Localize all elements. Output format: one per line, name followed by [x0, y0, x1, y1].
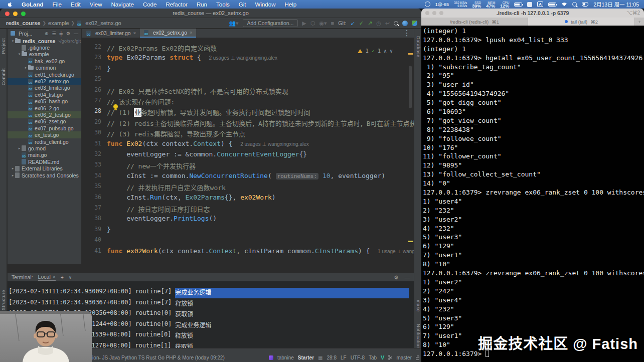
terminal-tab-tailtail[interactable]: tail (tail)⌘2	[528, 18, 635, 26]
spotlight-search-icon[interactable]	[572, 2, 577, 7]
tool-window-commit[interactable]: Commit	[1, 68, 6, 85]
terminal-tab-local[interactable]: Local×	[38, 274, 56, 281]
new-tab-button[interactable]: +	[635, 18, 644, 26]
tool-window-database[interactable]: Database	[416, 36, 421, 58]
collapse-all-icon[interactable]: ╪	[60, 31, 63, 36]
tree-item-ScratchesandConsoles[interactable]: ▸Scratches and Consoles	[8, 172, 81, 178]
tool-window-project[interactable]: Project	[1, 38, 6, 54]
tree-item-redis_client.go[interactable]: redis_client.go	[8, 138, 81, 145]
menu-item-navigate[interactable]: Navigate	[111, 2, 134, 8]
terminal-titlebar[interactable]: ./redis-cli -h 127.0.0.1 -p 6379 ⌥⌘2	[421, 9, 644, 18]
git-rollback-icon[interactable]: ↩	[385, 20, 390, 27]
cpu-usage[interactable]: CPU12%	[500, 2, 509, 8]
tree-item-common[interactable]: ▸common	[8, 65, 81, 71]
tool-window-structure[interactable]: Structure	[1, 290, 6, 310]
close-tab-icon[interactable]: ×	[133, 31, 136, 36]
menu-item-file[interactable]: File	[52, 2, 62, 8]
tree-item-ex06_zset.go[interactable]: ex06_zset.go	[8, 118, 81, 125]
code-line-32[interactable]: 32 eventLogger := &common.ConcurrentEven…	[82, 150, 414, 161]
code-line-27[interactable]: 27// 该实现存在的问题:	[82, 97, 414, 107]
indent-style[interactable]: Tab	[369, 355, 377, 360]
close-tab-icon[interactable]: ×	[190, 30, 192, 35]
plugin-v-icon[interactable]: V	[381, 354, 384, 360]
git-update-icon[interactable]: ↙	[351, 20, 355, 27]
locate-file-icon[interactable]: ⊕	[45, 31, 49, 36]
tree-item-ex05_hash.go[interactable]: ex05_hash.go	[8, 98, 81, 105]
tabnine-label[interactable]: tabnine	[277, 355, 294, 360]
tree-item-ExternalLibraries[interactable]: ▸External Libraries	[8, 165, 81, 171]
ide-titlebar[interactable]: redis_course — ex02_setnx.go	[0, 9, 421, 18]
file-encoding[interactable]: UTF-8	[351, 355, 365, 360]
code-line-24[interactable]: 24}	[82, 65, 414, 75]
plugin-shield-icon[interactable]	[412, 21, 417, 26]
app-status-icon[interactable]	[527, 2, 532, 7]
code-line-33[interactable]: 33 // new一个并发执行器	[82, 161, 414, 171]
breadcrumb-file[interactable]: ex02_setnx.go	[85, 20, 121, 26]
menu-item-window[interactable]: Window	[255, 2, 276, 8]
menu-item-view[interactable]: View	[90, 2, 102, 8]
breadcrumb-project[interactable]: redis_course	[6, 20, 40, 26]
menu-item-tools[interactable]: Tools	[216, 2, 230, 8]
tree-item-redis_course[interactable]: ▾redis_course~/go/src/gitee/f	[8, 38, 81, 44]
input-method-badge[interactable]: A	[537, 2, 543, 7]
tree-item-ex03_limiter.go[interactable]: ex03_limiter.go	[8, 85, 81, 91]
code-line-30[interactable]: 30// (3) redis集群脑裂，导致出现多个主节点	[82, 129, 414, 139]
terminal-dropdown-icon[interactable]: ∨	[69, 275, 72, 280]
terminal-tab-redisclirediscli[interactable]: /redis-cli (redis-cli)⌘1	[421, 18, 528, 26]
tab-options-kebab-icon[interactable]: ⋮	[403, 28, 414, 38]
tree-item-.gitignore[interactable]: .gitignore	[8, 44, 81, 51]
tree-expand-icon[interactable]: ▾	[17, 52, 22, 56]
tree-item-main.go[interactable]: main.go	[8, 152, 81, 158]
git-history-icon[interactable]: ◷	[376, 20, 381, 27]
caret-position[interactable]: 28:8	[327, 355, 336, 360]
coverage-button[interactable]: ◉▾	[319, 20, 327, 27]
code-editor[interactable]: 1 ✓1 ∧ ∨ 22// Ex02Params Ex02的自定义函数23typ…	[82, 38, 414, 264]
tree-item-ex02_setnx.go[interactable]: ex02_setnx.go	[8, 78, 81, 84]
stop-button[interactable]: ■	[331, 20, 335, 26]
run-button[interactable]: ▶	[302, 20, 306, 27]
menu-item-git[interactable]: Git	[239, 2, 246, 8]
ssd-usage[interactable]: SSD39%	[472, 2, 481, 8]
menu-item-edit[interactable]: Edit	[71, 2, 81, 8]
code-line-26[interactable]: 26// Ex02 只是体验SetNX的特性，不是高可用的分布式锁实现	[82, 86, 414, 97]
redis-cli-output[interactable]: (integer) 1127.0.0.1:6379> lpush ex04_li…	[421, 26, 644, 362]
editor-tab-ex03_limiter.go[interactable]: ex03_limiter.go×	[82, 29, 140, 38]
menu-app-name[interactable]: GoLand	[22, 2, 43, 8]
line-ending[interactable]: LF	[341, 355, 347, 360]
wifi-icon[interactable]	[561, 2, 567, 7]
globe-icon[interactable]	[425, 2, 430, 7]
statusbar-message[interactable]: pletion- JS Java Python TS Rust Go PHP &…	[84, 355, 225, 360]
tree-expand-icon[interactable]: ▸	[17, 146, 22, 150]
git-commit-icon[interactable]: ✓	[359, 20, 364, 27]
code-line-39[interactable]: 39}	[82, 226, 414, 236]
tree-item-bak_ex02.go[interactable]: bak_ex02.go	[8, 58, 81, 64]
tree-item-README.md[interactable]: README.md	[8, 158, 81, 165]
gear-icon[interactable]: ⚙	[66, 31, 70, 36]
run-configuration-selector[interactable]: Add Configuration...	[243, 19, 298, 27]
code-line-35[interactable]: 35 // 并发执行用户自定义函数work	[82, 183, 414, 193]
git-branch-name[interactable]: master	[396, 355, 412, 360]
tree-item-go.mod[interactable]: ▸go.mod	[8, 145, 81, 151]
search-everywhere-icon[interactable]	[394, 21, 398, 26]
tree-item-ex_test.go[interactable]: ex_test.go	[8, 131, 81, 138]
git-push-icon[interactable]: ↗	[368, 20, 372, 27]
tree-expand-icon[interactable]: ▾	[11, 39, 15, 43]
tabnine-plan[interactable]: Starter	[298, 355, 314, 360]
code-line-23[interactable]: 23type Ex02Params struct { 2 usages ⊥ wa…	[82, 54, 414, 64]
debug-button[interactable]: ⬡	[310, 20, 315, 27]
expand-all-icon[interactable]: ☰	[52, 31, 56, 36]
menu-item-code[interactable]: Code	[143, 2, 157, 8]
battery-icon-2[interactable]	[548, 3, 556, 7]
tool-window-make[interactable]: make	[416, 300, 421, 312]
tree-item-ex07_pubsub.go[interactable]: ex07_pubsub.go	[8, 125, 81, 131]
code-line-31[interactable]: 31func Ex02(ctx context.Context) { 2 usa…	[82, 140, 414, 150]
breadcrumb-folder[interactable]: example	[48, 20, 69, 26]
menu-datetime[interactable]: 2月13日 周一 11:05	[593, 1, 639, 8]
tree-item-ex06_2.go[interactable]: ex06_2.go	[8, 105, 81, 111]
battery-icon[interactable]	[514, 3, 522, 7]
code-line-34[interactable]: 34 cInst := common.NewConcurrentRoutine(…	[82, 172, 414, 183]
code-line-22[interactable]: 22// Ex02Params Ex02的自定义函数	[82, 43, 414, 54]
gear-icon[interactable]: ⚙	[394, 274, 398, 280]
new-terminal-icon[interactable]: +	[61, 274, 64, 280]
menu-item-refactor[interactable]: Refactor	[166, 2, 187, 8]
